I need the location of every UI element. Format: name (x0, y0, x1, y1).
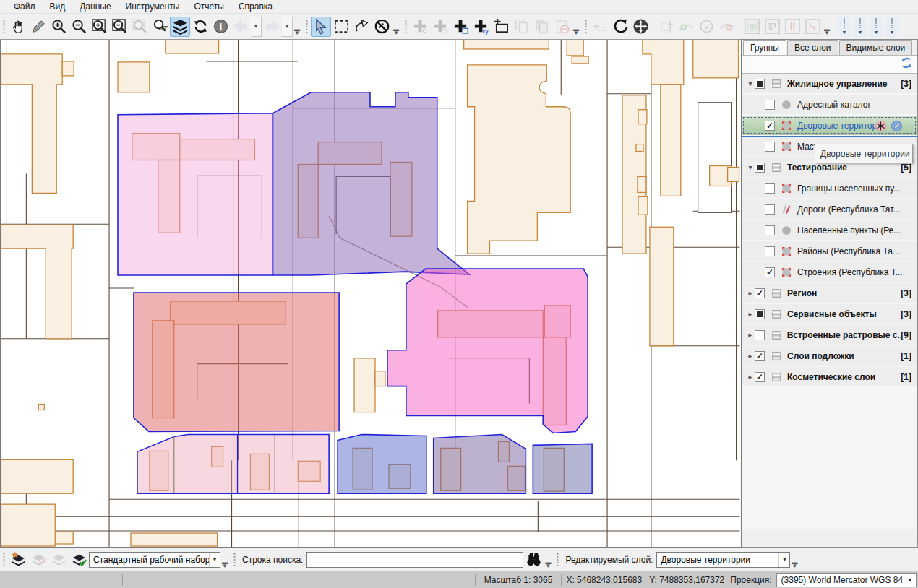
toolbar-overflow-button[interactable]: ▬▼ (392, 17, 400, 37)
layers-icon[interactable] (170, 17, 190, 37)
dropdown-arrow-icon[interactable]: ▼ (282, 17, 293, 37)
layer-checkbox[interactable] (765, 100, 775, 110)
workspace-combo[interactable]: Стандартный рабочий набор ▼ (89, 552, 220, 568)
tree-row-1[interactable]: ▾Адресный каталог (742, 95, 917, 116)
zoom-in-icon[interactable] (48, 17, 69, 37)
tree-row-9[interactable]: ▾✓Строения (Республика Т... (742, 262, 917, 283)
tree-row-6[interactable]: ▾Дороги (Республика Тат... (742, 199, 917, 220)
info-icon[interactable]: i (210, 17, 231, 37)
courtyard-top-pink[interactable] (118, 113, 273, 275)
chevron-down-icon[interactable]: ▼ (209, 553, 220, 567)
toolbar-overflow-button[interactable]: ▬▼ (572, 17, 580, 37)
copy-icon[interactable] (511, 17, 531, 37)
toolbar-overflow-button[interactable]: ▬▼ (544, 550, 552, 570)
frame-parallel-icon[interactable] (782, 17, 802, 37)
dropdown-arrow-icon[interactable]: ▼ (251, 17, 262, 37)
collapsed-toolbar-stub[interactable]: ▼ (838, 16, 850, 38)
toolbar-grip[interactable] (584, 19, 588, 35)
binoculars-icon[interactable] (523, 550, 544, 570)
layer-checkbox[interactable]: ✓ (765, 121, 775, 131)
courtyard-bottom-blue[interactable] (338, 434, 426, 493)
toolbar-overflow-button[interactable]: ▬▼ (293, 17, 301, 37)
layer-checkbox[interactable] (755, 163, 765, 173)
menu-3[interactable]: Инструменты (119, 0, 186, 13)
menu-4[interactable]: Отчеты (187, 0, 230, 13)
layer-checkbox[interactable]: ✓ (755, 288, 765, 298)
tree-row-0[interactable]: ▾Жилищное управление[3] (742, 74, 917, 95)
zoom-area-icon[interactable] (150, 17, 170, 37)
courtyard-bottom-grey-purple[interactable] (434, 434, 526, 493)
expander-icon[interactable]: ▸ (746, 289, 755, 297)
menu-1[interactable]: Вид (43, 0, 72, 13)
menu-0[interactable]: Файл (7, 0, 42, 13)
rotate-x-icon[interactable] (590, 17, 610, 37)
layer-checkbox[interactable] (765, 183, 775, 194)
menu-2[interactable]: Данные (73, 0, 117, 13)
add-rect-icon[interactable] (491, 17, 511, 37)
courtyard-bottom-pink[interactable] (137, 434, 329, 493)
tree-row-7[interactable]: ▾Населенные пункты (Ре... (742, 220, 917, 241)
zoom-selection-icon[interactable] (129, 17, 150, 37)
toolbar-overflow-button[interactable]: ▬▼ (220, 550, 229, 570)
layer-checkbox[interactable]: ✓ (755, 372, 765, 382)
zoom-window-in-icon[interactable] (89, 17, 109, 37)
expander-icon[interactable]: ▸ (746, 352, 755, 360)
courtyard-bottom-grey-blue[interactable] (533, 444, 592, 493)
select-lasso-icon[interactable] (351, 17, 372, 37)
frame-add-icon[interactable] (742, 17, 762, 37)
tab-1[interactable]: Все слои (787, 40, 838, 55)
frame-step-icon[interactable] (802, 17, 823, 37)
select-cursor-icon[interactable] (311, 17, 331, 37)
layer-checkbox[interactable]: ✓ (765, 267, 775, 277)
layer-checkbox[interactable]: ✓ (755, 351, 765, 361)
collapsed-toolbar-stub[interactable]: ▼ (886, 16, 898, 38)
frame-poly-icon[interactable] (762, 17, 782, 37)
nav-forward-icon[interactable] (262, 17, 282, 37)
toolbar-grip[interactable] (2, 19, 6, 35)
add-node2-icon[interactable] (430, 17, 450, 37)
workspace-fade2-icon[interactable] (48, 550, 69, 570)
workspace-check-icon[interactable] (69, 550, 89, 570)
collapsed-toolbar-stub[interactable]: ▼ (854, 16, 866, 38)
tree-row-8[interactable]: ▾Районы (Республика Та... (742, 241, 917, 262)
editable-layer-combo[interactable]: Дворовые территории ▼ (656, 552, 790, 568)
toolbar-grip[interactable] (404, 19, 408, 35)
compass-icon[interactable] (696, 17, 716, 37)
tab-2[interactable]: Видимые слои (839, 40, 913, 55)
courtyard-bright-pink[interactable] (387, 269, 588, 433)
menu-5[interactable]: Справка (232, 0, 279, 13)
layer-checkbox[interactable] (765, 246, 775, 256)
add-vertex-icon[interactable] (450, 17, 471, 37)
pan-hand-icon[interactable] (8, 17, 28, 37)
toolbar-grip[interactable] (233, 552, 236, 568)
add-node-icon[interactable] (410, 17, 430, 37)
layer-checkbox[interactable] (765, 142, 775, 152)
snap-rect-icon[interactable] (656, 17, 676, 37)
tree-row-5[interactable]: ▾Границы населенных пу... (742, 178, 917, 199)
toolbar-overflow-button[interactable]: ▬▼ (823, 17, 831, 37)
nav-back-icon[interactable] (231, 17, 251, 37)
expander-icon[interactable]: ▸ (746, 310, 755, 318)
toolbar-grip[interactable] (2, 552, 6, 568)
expander-icon[interactable]: ▸ (746, 331, 755, 339)
curve-minus-icon[interactable] (716, 17, 737, 37)
expander-icon[interactable]: ▾ (746, 163, 755, 171)
tree-row-2[interactable]: ▾✓Дворовые территор... (742, 116, 917, 137)
layer-checkbox[interactable] (765, 225, 775, 235)
snap-icon[interactable] (875, 120, 887, 132)
delete-object-icon[interactable] (552, 17, 572, 37)
toolbar-grip[interactable] (556, 552, 559, 568)
layer-checkbox[interactable] (755, 309, 765, 319)
chevron-down-icon[interactable]: ▼ (778, 553, 789, 567)
workspace-star-icon[interactable] (8, 550, 28, 570)
workspace-fade1-icon[interactable] (28, 550, 48, 570)
collapsed-toolbar-stub[interactable]: ▼ (870, 16, 882, 38)
tree-row-14[interactable]: ▸✓Косметические слои[1] (742, 367, 917, 388)
refresh-icon[interactable] (190, 17, 210, 37)
layer-checkbox[interactable] (755, 330, 765, 340)
zoom-window-out-icon[interactable] (109, 17, 129, 37)
toolbar-overflow-button[interactable]: ▬▼ (790, 550, 799, 570)
move-icon[interactable] (630, 17, 651, 37)
layer-checkbox[interactable] (765, 204, 775, 215)
expander-icon[interactable]: ▸ (746, 373, 755, 381)
